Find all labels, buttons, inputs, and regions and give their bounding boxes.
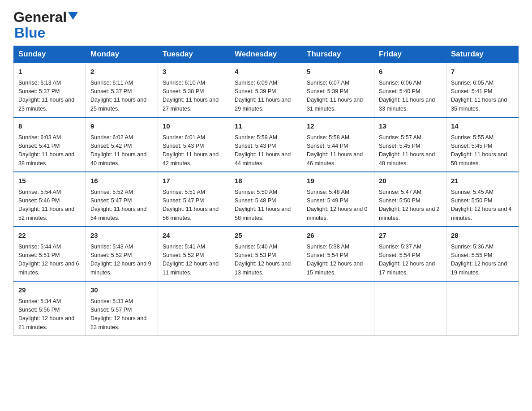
day-info: Sunrise: 5:36 AMSunset: 5:55 PMDaylight:… — [451, 243, 514, 278]
day-info: Sunrise: 5:54 AMSunset: 5:46 PMDaylight:… — [18, 188, 81, 223]
calendar-table: SundayMondayTuesdayWednesdayThursdayFrid… — [13, 46, 519, 336]
day-number: 15 — [18, 176, 81, 186]
calendar-cell: 25Sunrise: 5:40 AMSunset: 5:53 PMDayligh… — [230, 227, 302, 281]
sunset-label: Sunset: 5:48 PM — [235, 197, 276, 204]
sunrise-label: Sunrise: 6:11 AM — [90, 80, 133, 86]
daylight-label: Daylight: 12 hours and 15 minutes. — [307, 261, 363, 275]
day-number: 14 — [451, 121, 514, 132]
day-info: Sunrise: 5:34 AMSunset: 5:56 PMDaylight:… — [18, 297, 81, 332]
day-info: Sunrise: 5:51 AMSunset: 5:47 PMDaylight:… — [163, 188, 225, 223]
daylight-label: Daylight: 11 hours and 23 minutes. — [18, 97, 74, 111]
daylight-label: Daylight: 11 hours and 52 minutes. — [18, 206, 74, 221]
sunset-label: Sunset: 5:54 PM — [307, 252, 348, 258]
logo-triangle-icon — [68, 12, 78, 20]
day-info: Sunrise: 6:09 AMSunset: 5:39 PMDaylight:… — [235, 79, 297, 114]
day-number: 28 — [451, 231, 514, 241]
sunset-label: Sunset: 5:53 PM — [235, 252, 276, 258]
sunrise-label: Sunrise: 5:47 AM — [379, 189, 421, 195]
sunrise-label: Sunrise: 5:36 AM — [451, 244, 493, 250]
day-number: 23 — [90, 231, 153, 241]
day-number: 21 — [451, 176, 514, 186]
day-number: 1 — [18, 67, 81, 77]
sunset-label: Sunset: 5:38 PM — [163, 88, 204, 94]
sunset-label: Sunset: 5:41 PM — [451, 88, 492, 94]
calendar-cell: 4Sunrise: 6:09 AMSunset: 5:39 PMDaylight… — [230, 63, 302, 117]
calendar-cell: 19Sunrise: 5:48 AMSunset: 5:49 PMDayligh… — [302, 172, 374, 227]
sunrise-label: Sunrise: 5:48 AM — [307, 189, 349, 195]
day-info: Sunrise: 5:44 AMSunset: 5:51 PMDaylight:… — [18, 243, 81, 278]
calendar-cell: 7Sunrise: 6:05 AMSunset: 5:41 PMDaylight… — [446, 63, 519, 117]
calendar-cell: 26Sunrise: 5:38 AMSunset: 5:54 PMDayligh… — [302, 227, 374, 281]
sunrise-label: Sunrise: 5:43 AM — [90, 244, 133, 250]
daylight-label: Daylight: 11 hours and 29 minutes. — [235, 97, 291, 111]
calendar-cell: 6Sunrise: 6:06 AMSunset: 5:40 PMDaylight… — [374, 63, 446, 117]
calendar-cell: 13Sunrise: 5:57 AMSunset: 5:45 PMDayligh… — [374, 117, 446, 172]
daylight-label: Daylight: 11 hours and 46 minutes. — [307, 151, 363, 166]
sunset-label: Sunset: 5:45 PM — [379, 143, 420, 149]
sunset-label: Sunset: 5:37 PM — [18, 88, 60, 94]
calendar-cell: 2Sunrise: 6:11 AMSunset: 5:37 PMDaylight… — [86, 63, 158, 117]
daylight-label: Daylight: 12 hours and 19 minutes. — [451, 261, 507, 275]
day-number: 29 — [18, 285, 81, 295]
day-info: Sunrise: 6:02 AMSunset: 5:42 PMDaylight:… — [90, 133, 153, 168]
day-number: 6 — [379, 67, 442, 77]
daylight-label: Daylight: 12 hours and 13 minutes. — [235, 261, 291, 275]
day-info: Sunrise: 5:37 AMSunset: 5:54 PMDaylight:… — [379, 243, 442, 278]
week-row-4: 22Sunrise: 5:44 AMSunset: 5:51 PMDayligh… — [14, 227, 519, 281]
sunrise-label: Sunrise: 6:01 AM — [163, 134, 205, 141]
week-row-5: 29Sunrise: 5:34 AMSunset: 5:56 PMDayligh… — [14, 281, 519, 336]
daylight-label: Daylight: 11 hours and 31 minutes. — [307, 97, 363, 111]
col-header-sunday: Sunday — [14, 46, 86, 63]
col-header-friday: Friday — [374, 46, 446, 63]
calendar-cell — [158, 281, 230, 336]
day-info: Sunrise: 5:52 AMSunset: 5:47 PMDaylight:… — [90, 188, 153, 223]
sunrise-label: Sunrise: 5:38 AM — [307, 244, 349, 250]
daylight-label: Daylight: 11 hours and 35 minutes. — [451, 97, 507, 111]
calendar-cell: 21Sunrise: 5:45 AMSunset: 5:50 PMDayligh… — [446, 172, 519, 227]
sunset-label: Sunset: 5:43 PM — [235, 143, 276, 149]
sunset-label: Sunset: 5:39 PM — [235, 88, 276, 94]
day-number: 19 — [307, 176, 369, 186]
day-info: Sunrise: 5:33 AMSunset: 5:57 PMDaylight:… — [90, 297, 153, 332]
day-info: Sunrise: 5:43 AMSunset: 5:52 PMDaylight:… — [90, 243, 153, 278]
sunrise-label: Sunrise: 6:13 AM — [18, 80, 61, 86]
calendar-cell: 20Sunrise: 5:47 AMSunset: 5:50 PMDayligh… — [374, 172, 446, 227]
day-info: Sunrise: 5:55 AMSunset: 5:45 PMDaylight:… — [451, 133, 514, 168]
logo-general-text: General — [13, 9, 67, 26]
daylight-label: Daylight: 11 hours and 48 minutes. — [379, 151, 435, 166]
col-header-monday: Monday — [86, 46, 158, 63]
col-header-wednesday: Wednesday — [230, 46, 302, 63]
logo: General Blue — [13, 9, 78, 41]
daylight-label: Daylight: 12 hours and 23 minutes. — [90, 315, 146, 330]
daylight-label: Daylight: 12 hours and 21 minutes. — [18, 315, 74, 330]
day-number: 8 — [18, 121, 81, 132]
week-row-1: 1Sunrise: 6:13 AMSunset: 5:37 PMDaylight… — [14, 63, 519, 117]
day-info: Sunrise: 6:06 AMSunset: 5:40 PMDaylight:… — [379, 79, 442, 114]
day-info: Sunrise: 5:58 AMSunset: 5:44 PMDaylight:… — [307, 133, 369, 168]
week-row-3: 15Sunrise: 5:54 AMSunset: 5:46 PMDayligh… — [14, 172, 519, 227]
daylight-label: Daylight: 11 hours and 56 minutes. — [163, 206, 219, 221]
day-info: Sunrise: 6:13 AMSunset: 5:37 PMDaylight:… — [18, 79, 81, 114]
daylight-label: Daylight: 11 hours and 54 minutes. — [90, 206, 146, 221]
calendar-cell: 23Sunrise: 5:43 AMSunset: 5:52 PMDayligh… — [86, 227, 158, 281]
sunset-label: Sunset: 5:50 PM — [451, 197, 492, 204]
daylight-label: Daylight: 11 hours and 42 minutes. — [163, 151, 219, 166]
calendar-cell: 11Sunrise: 5:59 AMSunset: 5:43 PMDayligh… — [230, 117, 302, 172]
daylight-label: Daylight: 12 hours and 6 minutes. — [18, 261, 79, 275]
sunset-label: Sunset: 5:45 PM — [451, 143, 492, 149]
day-number: 2 — [90, 67, 153, 77]
week-row-2: 8Sunrise: 6:03 AMSunset: 5:41 PMDaylight… — [14, 117, 519, 172]
logo-blue-text: Blue — [14, 25, 45, 41]
sunset-label: Sunset: 5:54 PM — [379, 252, 420, 258]
sunset-label: Sunset: 5:56 PM — [18, 307, 60, 313]
sunrise-label: Sunrise: 5:44 AM — [18, 244, 61, 250]
sunrise-label: Sunrise: 5:45 AM — [451, 189, 493, 195]
sunrise-label: Sunrise: 5:52 AM — [90, 189, 133, 195]
col-header-saturday: Saturday — [446, 46, 519, 63]
day-number: 16 — [90, 176, 153, 186]
day-number: 7 — [451, 67, 514, 77]
calendar-cell: 22Sunrise: 5:44 AMSunset: 5:51 PMDayligh… — [14, 227, 86, 281]
daylight-label: Daylight: 12 hours and 0 minutes. — [307, 206, 368, 221]
daylight-label: Daylight: 12 hours and 4 minutes. — [451, 206, 512, 221]
sunset-label: Sunset: 5:55 PM — [451, 252, 492, 258]
